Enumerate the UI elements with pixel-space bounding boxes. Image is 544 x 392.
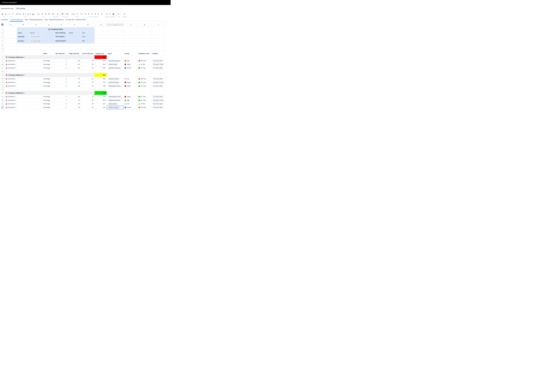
cell-K14-confidence[interactable]: Off Track — [137, 77, 151, 81]
cell-F6[interactable] — [68, 47, 81, 50]
cell-I9-owner[interactable]: @Juliette Lallement — [107, 59, 124, 63]
cell-E17[interactable] — [54, 88, 68, 91]
cell-H3[interactable] — [95, 35, 107, 39]
cell-L19-deadline[interactable]: Jul 31, 2023 — [151, 95, 165, 99]
cell-G10[interactable]: 40 — [81, 63, 95, 66]
cell-L4[interactable] — [151, 39, 165, 43]
cell-H12[interactable] — [95, 70, 107, 73]
cell-E22[interactable]: 0 — [54, 106, 68, 109]
cell-J12[interactable] — [124, 70, 137, 73]
row-header-15[interactable]: 15 — [1, 81, 4, 84]
cell-B20[interactable] — [17, 99, 29, 102]
insert-column-left-button[interactable] — [95, 13, 96, 15]
cell-B7[interactable] — [17, 50, 29, 55]
cell-I15-owner[interactable]: @Julien Peyrade — [107, 81, 124, 84]
cell-F19[interactable]: 100 — [68, 95, 81, 99]
cell-D15[interactable]: Percentage — [42, 81, 54, 84]
cell-I14-owner[interactable]: @Julien Peyrade — [107, 77, 124, 81]
cell-H14[interactable]: 33% — [95, 77, 107, 81]
column-header-C[interactable]: C — [29, 24, 42, 26]
cell-I20-owner[interactable]: @Alexandre Alquier — [107, 99, 124, 102]
cell-K16-confidence[interactable]: ✓On Track — [137, 84, 151, 88]
cell-A12[interactable] — [5, 70, 17, 73]
cell-G7-header[interactable]: Current Value (%) — [81, 50, 95, 55]
row-header-14[interactable]: 14 — [1, 77, 4, 81]
cell-B19[interactable] — [17, 95, 29, 99]
cell-F4[interactable] — [68, 39, 81, 43]
decrease-decimal-button[interactable]: 0.0 — [77, 13, 79, 15]
cell-A17[interactable] — [5, 88, 17, 91]
row-header-18[interactable]: 18 — [1, 91, 4, 95]
cell-I22-owner[interactable]: @Elyes Gannoun — [107, 106, 124, 109]
cell-I5[interactable] — [107, 43, 124, 47]
cell-G15[interactable]: 67 — [81, 81, 95, 84]
cell-D2[interactable] — [42, 31, 54, 35]
cell-K21-confidence[interactable]: At Risk — [137, 102, 151, 106]
tab-do-not-edit-reference-data[interactable]: DO NOT EDIT - Reference data — [66, 19, 86, 20]
cell-H18-objective-progress[interactable]: 72% — [95, 91, 107, 95]
cell-F14[interactable]: 90 — [68, 77, 81, 81]
cell-K19-confidence[interactable]: ✓On Track — [137, 95, 151, 99]
column-header-L[interactable]: L — [151, 24, 165, 26]
redo-button[interactable] — [12, 13, 14, 15]
row-header-12[interactable]: 12 — [1, 70, 4, 73]
cell-D10[interactable]: Percentage — [42, 63, 54, 66]
cell-J9-priority[interactable]: High — [124, 59, 137, 63]
cell-H13-objective-progress[interactable]: 61% — [95, 73, 107, 77]
cell-K4[interactable] — [137, 39, 151, 43]
cell-A21-key-result[interactable]: Key Result 3 — [5, 102, 17, 106]
cell-H15[interactable]: 71% — [95, 81, 107, 84]
cell-I12[interactable] — [107, 70, 124, 73]
insert-row-above-button[interactable] — [85, 13, 87, 15]
cell-I7-header[interactable]: Owner — [107, 50, 124, 55]
cell-B9[interactable] — [17, 59, 29, 63]
row-header-19[interactable]: 19 — [1, 95, 4, 99]
cell-I8[interactable] — [107, 55, 124, 59]
cell-L12[interactable] — [151, 70, 165, 73]
borders-button[interactable] — [66, 13, 69, 15]
header-all-button[interactable] — [112, 13, 114, 15]
cell-G5[interactable] — [81, 43, 95, 47]
cell-C3[interactable]: Jan 1, 2023 — [29, 35, 42, 39]
header-row-button[interactable] — [106, 13, 108, 15]
cell-K10-confidence[interactable]: At Risk — [137, 63, 151, 66]
cell-E6[interactable] — [54, 47, 68, 50]
cell-K22-confidence[interactable]: Off Track — [137, 106, 151, 109]
cell-C9[interactable] — [29, 59, 42, 63]
cell-F10[interactable]: 100 — [68, 63, 81, 66]
split-cells-button[interactable] — [48, 13, 50, 15]
cell-A11-key-result[interactable]: Key Result 3 — [5, 66, 17, 70]
cell-A10-key-result[interactable]: Key Result 2 — [5, 63, 17, 66]
cell-H10[interactable]: 40% — [95, 63, 107, 66]
cell-D5[interactable] — [42, 43, 54, 47]
row-header-17[interactable]: 17 — [1, 88, 4, 91]
cell-D6[interactable] — [42, 47, 54, 50]
cell-A16-key-result[interactable]: Key Result 3 — [5, 84, 17, 88]
row-header-5[interactable]: 5 — [1, 43, 4, 47]
cell-J2[interactable] — [124, 31, 137, 35]
column-header-G[interactable]: G — [81, 24, 95, 26]
cell-L7-header[interactable]: Deadline — [151, 50, 165, 55]
cell-B10[interactable] — [17, 63, 29, 66]
cell-B21[interactable] — [17, 102, 29, 106]
increase-decimal-button[interactable]: 0.00 — [80, 13, 83, 15]
cell-E9[interactable]: 0 — [54, 59, 68, 63]
cell-C5[interactable] — [29, 43, 42, 47]
cell-E16[interactable]: 0 — [54, 84, 68, 88]
cell-J21-priority[interactable]: Low — [124, 102, 137, 106]
cell-A3[interactable] — [5, 35, 17, 39]
cell-D21[interactable]: Percentage — [42, 102, 54, 106]
cell-E14[interactable]: 0 — [54, 77, 68, 81]
cell-D22[interactable]: Percentage — [42, 106, 54, 109]
cell-D19[interactable]: Percentage — [42, 95, 54, 99]
cell-J20-priority[interactable]: High — [124, 99, 137, 102]
cell-I1[interactable] — [107, 27, 124, 31]
cell-A4[interactable] — [5, 39, 17, 43]
cell-A19-key-result[interactable]: Key Result 1 — [5, 95, 17, 99]
cell-G19[interactable]: 78 — [81, 95, 95, 99]
cell-G4[interactable]: 58% — [81, 39, 95, 43]
cell-L14-deadline[interactable]: Jul 31, 2023 — [151, 77, 165, 81]
cell-A6[interactable] — [5, 47, 17, 50]
cell-E4[interactable]: Overall progress: — [54, 39, 68, 43]
clear-formatting-button[interactable] — [42, 13, 43, 15]
